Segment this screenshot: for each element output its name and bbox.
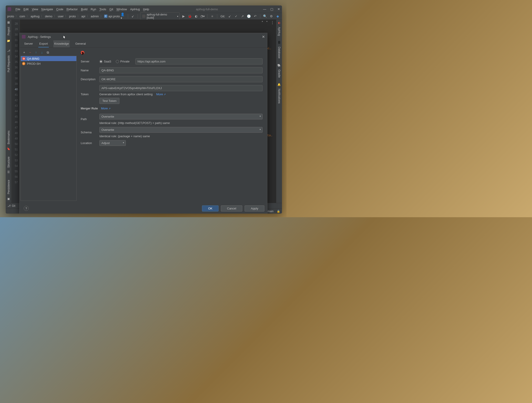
radio-private[interactable]: Private (116, 60, 129, 63)
line-number[interactable]: 44 (12, 108, 20, 114)
more-icon[interactable]: ⋮ (271, 20, 274, 25)
crumb[interactable]: user (57, 15, 64, 18)
tab-knowledge[interactable]: Knowledge (53, 40, 70, 47)
chevron-down-icon[interactable]: ˅ (266, 20, 268, 25)
git-commit-icon[interactable]: ✓ (234, 14, 239, 19)
line-number[interactable]: 38 (12, 76, 20, 81)
git-tool[interactable]: ⎇Git (7, 204, 15, 208)
user-icon[interactable]: 👤▾ (120, 14, 126, 19)
line-number[interactable]: 56 (12, 174, 20, 180)
line-number[interactable]: 52 (12, 152, 20, 158)
line-number[interactable]: 54 (12, 163, 20, 169)
line-number[interactable]: 34 (12, 54, 20, 59)
dialog-close-icon[interactable]: ✕ (262, 35, 265, 39)
line-number[interactable]: 31 (12, 37, 20, 43)
structure-icon[interactable]: ☰ (7, 170, 11, 174)
crumb[interactable]: com (19, 15, 26, 18)
menu-navigate[interactable]: Navigate (40, 7, 55, 11)
tab-export[interactable]: Export (38, 40, 49, 47)
ok-button[interactable]: OK (202, 205, 219, 212)
run-icon[interactable]: ▶ (181, 14, 186, 19)
project-tool-icon[interactable]: ▦ (7, 20, 11, 24)
menu-file[interactable]: File (14, 7, 22, 11)
name-input[interactable] (99, 67, 263, 73)
search-icon[interactable]: 🔍 (263, 14, 268, 19)
tab-general[interactable]: General (74, 40, 87, 47)
move-up-button[interactable]: ↑ (34, 50, 38, 55)
menu-code[interactable]: Code (55, 7, 65, 11)
radio-saas[interactable]: SaaS (99, 60, 111, 63)
structure-tool[interactable]: Structure (7, 155, 10, 170)
description-input[interactable] (99, 76, 263, 82)
add-button[interactable]: ＋ (22, 50, 26, 55)
bookmarks-tool[interactable]: Bookmarks (7, 129, 10, 146)
git-rollback-icon[interactable]: ↶ (253, 14, 258, 19)
chevron-up-icon[interactable]: ˄ (261, 20, 263, 25)
move-down-button[interactable]: ↓ (40, 50, 44, 55)
plugin-icon[interactable]: ◆ (275, 14, 280, 19)
more-link[interactable]: More↗ (156, 93, 166, 96)
line-number[interactable]: 35 (12, 59, 20, 65)
line-number[interactable]: 55 (12, 169, 20, 174)
copy-button[interactable]: ⧉ (46, 50, 50, 55)
server-url-input[interactable] (135, 58, 263, 64)
token-input[interactable] (99, 85, 263, 91)
line-number[interactable]: 53 (12, 158, 20, 163)
minimize-icon[interactable]: — (263, 7, 266, 11)
line-number[interactable]: 50 (12, 141, 20, 147)
line-number[interactable]: 51 (12, 147, 20, 152)
notifications-tool[interactable]: Notifications (278, 87, 281, 105)
line-number[interactable]: 40 (12, 87, 20, 92)
location-select[interactable]: Adjust (99, 140, 126, 146)
line-number[interactable]: 42 (12, 98, 20, 103)
crumb[interactable]: api (81, 15, 86, 18)
crumb[interactable]: proto (68, 15, 76, 18)
line-number[interactable]: 43 (12, 103, 20, 108)
more-link[interactable]: More↗ (101, 107, 111, 110)
menu-window[interactable]: Window (115, 7, 129, 11)
crumb[interactable]: proto (6, 15, 15, 18)
profile-icon[interactable]: ◔▾ (200, 14, 205, 19)
lock-icon[interactable]: 🔒 (277, 210, 280, 213)
schema-select[interactable]: Overwrite (99, 127, 263, 133)
git-push-icon[interactable]: ↗ (240, 14, 245, 19)
line-number[interactable]: 30 (12, 32, 20, 37)
test-token-button[interactable]: Test Token (99, 98, 120, 104)
apihug-tool[interactable]: ApiHug (278, 25, 281, 37)
gradle-tool[interactable]: Gradle (278, 68, 281, 79)
folder-icon[interactable]: 📁 (7, 39, 11, 43)
line-number[interactable]: 49 (12, 136, 20, 141)
gradle-tool-icon[interactable]: 🐘 (277, 63, 281, 67)
database-tool-icon[interactable]: 🗄 (277, 41, 281, 44)
notifications-tool-icon[interactable]: 🔔 (277, 83, 281, 86)
menu-view[interactable]: View (30, 7, 40, 11)
menu-build[interactable]: Build (79, 7, 89, 11)
git-pull-icon[interactable]: ↙ (227, 14, 232, 19)
crumb[interactable]: admin (90, 15, 99, 18)
run-config-selector[interactable]: apihug-full-demo [build] (140, 12, 180, 20)
menu-refactor[interactable]: Refactor (65, 7, 79, 11)
remove-button[interactable]: − (28, 50, 32, 55)
menu-run[interactable]: Run (89, 7, 98, 11)
debug-icon[interactable]: 🐞 (187, 14, 192, 19)
line-number[interactable]: 32 (12, 43, 20, 48)
tab-server[interactable]: Server (23, 40, 34, 47)
close-icon[interactable]: ✕ (277, 7, 280, 11)
apply-button[interactable]: Apply (245, 205, 264, 212)
line-number[interactable]: 28 (12, 21, 20, 26)
crumb[interactable]: demo (44, 15, 53, 18)
line-number[interactable]: 57 (12, 180, 20, 185)
apihug-tool-icon[interactable]: ◐ (277, 21, 281, 25)
persistence-tool[interactable]: Persistence (7, 178, 10, 196)
menu-git[interactable]: Git (108, 7, 115, 11)
menu-help[interactable]: Help (142, 7, 151, 11)
line-number[interactable]: 46 (12, 120, 20, 125)
line-number[interactable]: 33 (12, 48, 20, 54)
line-number[interactable]: 45 (12, 114, 20, 120)
crumb[interactable]: apihug (30, 15, 40, 18)
line-number[interactable]: 48 (12, 130, 20, 136)
server-item-qa-bing[interactable]: ◑ QA-BING (21, 56, 76, 61)
crumb-file[interactable]: api.proto (108, 15, 121, 18)
maximize-icon[interactable]: ▢ (270, 7, 273, 11)
line-number[interactable]: 47 (12, 125, 20, 130)
